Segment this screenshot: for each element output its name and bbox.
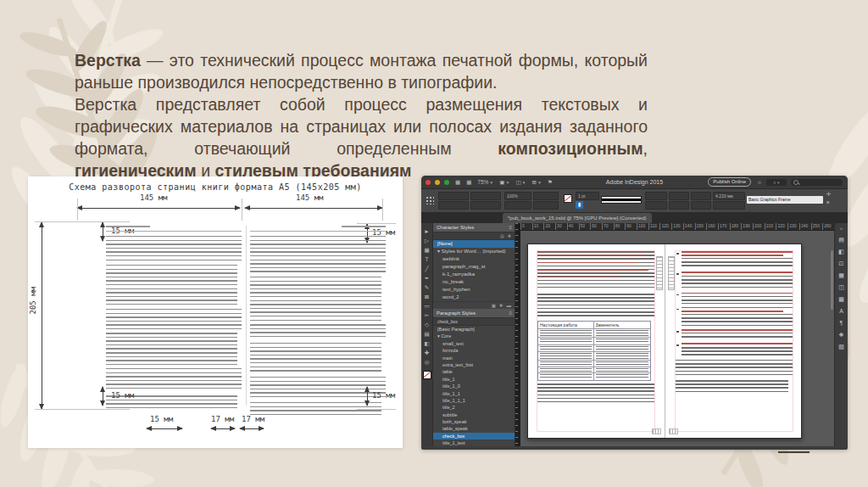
tool-selection-icon[interactable]: ►: [424, 227, 429, 236]
tool-direct-selection-icon[interactable]: ▷: [425, 236, 429, 245]
minimize-button[interactable]: [435, 180, 440, 185]
para-style-item[interactable]: main: [433, 355, 515, 361]
publish-online-button[interactable]: Publish Online: [708, 177, 751, 187]
panel-options-icon[interactable]: ✛: [826, 191, 831, 198]
text-wrap-active-button[interactable]: ▮: [576, 201, 583, 209]
filter-icon[interactable]: ▤: [500, 232, 504, 239]
panel-pages-icon[interactable]: ▤: [838, 234, 844, 246]
para-style-item[interactable]: title_1: [433, 376, 515, 383]
para-style-item[interactable]: check_box: [433, 433, 515, 439]
char-style-item[interactable]: k-1_razryadka: [433, 271, 515, 278]
fill-none-swatch[interactable]: [564, 194, 572, 203]
screen-mode-icon[interactable]: ◫: [515, 179, 520, 186]
panel-links-icon[interactable]: ⊡: [839, 258, 844, 270]
tool-note-icon[interactable]: ✚: [425, 348, 429, 357]
y-position-field[interactable]: [438, 201, 469, 210]
panel-layers-icon[interactable]: ◧: [838, 246, 844, 258]
char-style-item[interactable]: text_hyphen: [433, 286, 515, 294]
document-page-right[interactable]: [665, 244, 802, 438]
panel-swatches-icon[interactable]: ▩: [838, 294, 844, 305]
tool-scissors-icon[interactable]: ✂: [425, 311, 429, 320]
panel-menu-icon[interactable]: ≡: [509, 223, 512, 232]
char-style-item[interactable]: [None]: [433, 240, 515, 248]
panel-menu-icon[interactable]: ≡: [509, 309, 512, 317]
scale-y-field[interactable]: [504, 201, 531, 210]
panel-color-icon[interactable]: ◫: [838, 282, 844, 294]
para-style-item[interactable]: ▾ Core: [433, 333, 515, 339]
corner-options-field[interactable]: [691, 201, 711, 210]
delete-style-icon[interactable]: ▬: [507, 302, 512, 309]
frame-fitting-icons[interactable]: [691, 192, 711, 200]
character-styles-panel-header[interactable]: Character Styles≡: [433, 223, 515, 232]
char-style-item[interactable]: ▾ Styles for Word… (imported): [433, 248, 515, 255]
x-position-field[interactable]: [438, 192, 469, 200]
lightbulb-icon[interactable]: ☼: [757, 179, 762, 185]
close-button[interactable]: [426, 180, 431, 185]
panel-effects-icon[interactable]: ❖: [838, 329, 843, 341]
width-field[interactable]: [470, 192, 501, 200]
gap-height-field[interactable]: [713, 201, 745, 210]
effects-field[interactable]: [645, 192, 667, 200]
tool-gradient-feather-icon[interactable]: ◧: [424, 339, 429, 348]
para-style-item[interactable]: formula: [433, 347, 515, 354]
para-style-item[interactable]: extra_text_first: [433, 361, 515, 368]
panel-stroke-icon[interactable]: ▦: [838, 270, 844, 282]
shear-field[interactable]: [533, 201, 559, 210]
para-style-item[interactable]: subtitle: [433, 411, 515, 418]
stroke-style-preview[interactable]: [601, 196, 642, 204]
zoom-level-dropdown[interactable]: 75%: [477, 179, 488, 185]
panel-character-icon[interactable]: A: [839, 305, 843, 317]
tool-pen-icon[interactable]: ✒: [425, 273, 429, 283]
tool-free-transform-icon[interactable]: ◇: [425, 320, 429, 329]
para-style-item[interactable]: small_text: [433, 340, 515, 347]
opacity-field[interactable]: [645, 201, 667, 210]
paragraph-styles-panel-header[interactable]: Paragraph Styles≡: [433, 309, 515, 318]
tool-gradient-icon[interactable]: ▤: [424, 329, 429, 339]
more-options-icon[interactable]: ≡: [826, 199, 830, 205]
char-style-item[interactable]: paragraph_mag_st: [433, 263, 515, 271]
arrange-documents-icon[interactable]: ⊞: [532, 179, 537, 186]
panel-paragraph-icon[interactable]: ¶: [840, 317, 843, 329]
stroke-weight-field[interactable]: 1 pt: [576, 192, 599, 200]
maximize-button[interactable]: [444, 180, 449, 185]
align-field[interactable]: [669, 201, 689, 210]
document-page-left[interactable]: Настоящая работаЗаменитель: [528, 244, 665, 438]
stock-icon[interactable]: ▦: [466, 179, 471, 186]
reference-point-selector[interactable]: [426, 196, 434, 204]
bridge-icon[interactable]: ▦: [455, 179, 460, 186]
create-group-icon[interactable]: ▣: [492, 302, 496, 309]
right-page-text-frame[interactable]: [676, 251, 793, 431]
char-style-item[interactable]: weblink: [433, 255, 515, 263]
fill-stroke-swatch[interactable]: [423, 371, 431, 379]
fitting-field[interactable]: [669, 192, 689, 200]
para-style-item[interactable]: title_2: [433, 404, 515, 411]
para-style-item[interactable]: title_1_0: [433, 383, 515, 389]
view-options-icon[interactable]: ▣: [499, 179, 504, 186]
panel-pathfinder-icon[interactable]: ▧: [838, 341, 844, 353]
para-style-item[interactable]: title_1_text: [433, 439, 515, 446]
height-field[interactable]: [470, 201, 501, 210]
gap-offset-field[interactable]: 4.233 мм: [713, 192, 745, 200]
rotation-field[interactable]: [533, 192, 559, 200]
document-tab[interactable]: *pub_book_work_15.indd @ 75% [GPU Previe…: [503, 213, 652, 223]
para-style-item[interactable]: both_speak: [433, 418, 515, 425]
para-style-item[interactable]: title_1_1: [433, 390, 515, 397]
tool-rectangle-icon[interactable]: ▭: [424, 301, 429, 311]
para-style-item[interactable]: title_1_1_1: [433, 397, 515, 404]
new-style-icon[interactable]: ✚: [508, 232, 511, 239]
workspace-switcher[interactable]: ≡ ▾: [766, 179, 787, 186]
para-style-item[interactable]: table: [433, 368, 515, 375]
tool-page-icon[interactable]: ▦: [424, 245, 429, 255]
tool-type-icon[interactable]: T: [426, 255, 429, 264]
search-input[interactable]: [791, 179, 843, 186]
object-style-dropdown[interactable]: Basic Graphics Frame: [747, 196, 823, 204]
new-style-icon[interactable]: ✚: [499, 302, 504, 309]
collapse-panels-icon[interactable]: «: [840, 226, 843, 234]
tool-line-icon[interactable]: ╱: [426, 264, 429, 273]
tool-zoom-icon[interactable]: ◎: [425, 357, 430, 367]
char-style-item[interactable]: word_2: [433, 294, 515, 301]
publish-flag-icon[interactable]: ⚑: [548, 179, 553, 186]
tool-frame-icon[interactable]: ⊠: [425, 292, 429, 301]
para-style-item[interactable]: table_speak: [433, 425, 515, 432]
vertical-scrollbar-thumb[interactable]: [831, 250, 833, 310]
